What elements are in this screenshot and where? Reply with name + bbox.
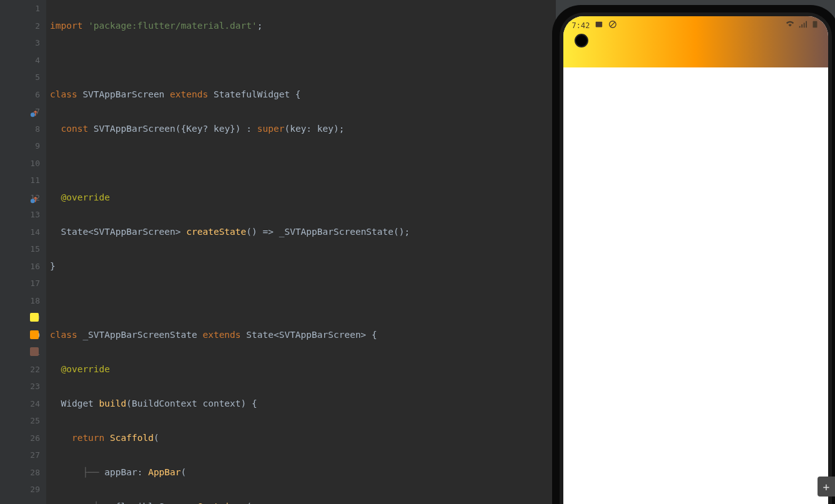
app-bar: 7:42	[563, 16, 828, 67]
svg-line-5	[611, 22, 615, 27]
line-number[interactable]: 6	[5, 86, 44, 104]
line-number[interactable]: 21	[5, 343, 44, 361]
code-line[interactable]: @override	[50, 361, 556, 378]
svg-rect-6	[813, 21, 817, 28]
phone-screen[interactable]: 7:42	[563, 16, 828, 504]
zoom-add-button[interactable]: +	[818, 477, 835, 497]
breakpoint-gutter[interactable]	[0, 0, 5, 504]
line-number[interactable]: 20	[5, 327, 44, 344]
color-swatch-yellow-icon[interactable]	[30, 313, 39, 322]
code-line[interactable]: }	[50, 258, 556, 275]
device-preview-panel: 7:42 +	[556, 0, 835, 504]
line-number[interactable]: 15	[5, 240, 44, 258]
line-number[interactable]: 26	[5, 430, 44, 447]
code-line[interactable]: └── flexibleSpace: Container(	[50, 498, 556, 505]
line-number[interactable]: 23	[5, 378, 44, 395]
line-number[interactable]: 17	[5, 275, 44, 292]
line-number[interactable]: 29	[5, 481, 44, 498]
svg-rect-3	[596, 22, 603, 27]
line-number[interactable]: 19	[5, 309, 44, 327]
code-editor[interactable]: 1 2 3 4 5 6 7 8 9 10 11 12 13 14	[0, 0, 556, 504]
line-number[interactable]: 8	[5, 121, 44, 138]
line-number[interactable]: 13	[5, 206, 44, 224]
code-line[interactable]: return Scaffold(	[50, 430, 556, 447]
line-number[interactable]: 25	[5, 412, 44, 430]
status-bar: 7:42	[563, 20, 828, 31]
status-time: 7:42	[572, 21, 590, 30]
code-area[interactable]: import 'package:flutter/material.dart'; …	[46, 0, 556, 504]
line-number[interactable]: 16	[5, 258, 44, 275]
line-number[interactable]: 28	[5, 464, 44, 482]
code-line[interactable]: const SVTAppBarScreen({Key? key}) : supe…	[50, 121, 556, 138]
battery-icon	[811, 20, 819, 31]
line-number[interactable]: 27	[5, 447, 44, 464]
line-number[interactable]: 10	[5, 155, 44, 172]
line-number[interactable]: 5	[5, 69, 44, 86]
svg-point-0	[31, 112, 35, 117]
code-line[interactable]	[50, 292, 556, 310]
line-number[interactable]: 14	[5, 224, 44, 241]
code-line[interactable]	[50, 155, 556, 172]
camera-hole-icon	[575, 34, 588, 47]
line-number[interactable]: 24	[5, 395, 44, 413]
override-icon[interactable]	[30, 193, 39, 202]
code-line[interactable]	[50, 52, 556, 69]
code-line[interactable]: State<SVTAppBarScreen> createState() => …	[50, 224, 556, 241]
line-number[interactable]: 9	[5, 137, 44, 155]
wifi-icon	[786, 20, 794, 31]
color-swatch-brown-icon[interactable]	[30, 347, 39, 356]
override-icon[interactable]	[30, 107, 39, 116]
code-line[interactable]: ├── appBar: AppBar(	[50, 464, 556, 482]
code-line[interactable]: class SVTAppBarScreen extends StatefulWi…	[50, 86, 556, 104]
code-line[interactable]: class _SVTAppBarScreenState extends Stat…	[50, 327, 556, 344]
code-line[interactable]: import 'package:flutter/material.dart';	[50, 17, 556, 35]
line-number[interactable]: 11	[5, 172, 44, 189]
tree-guide-icon: ├──	[82, 467, 104, 477]
svg-point-1	[31, 199, 35, 203]
line-number[interactable]: 1	[5, 0, 44, 17]
line-number[interactable]: 18	[5, 292, 44, 310]
line-number[interactable]: 2	[5, 17, 44, 35]
phone-frame: 7:42	[552, 5, 836, 504]
color-swatch-orange-icon[interactable]	[30, 330, 39, 339]
line-number[interactable]: 3	[5, 34, 44, 52]
line-number[interactable]: 22	[5, 361, 44, 378]
line-number-gutter[interactable]: 1 2 3 4 5 6 7 8 9 10 11 12 13 14	[5, 0, 46, 504]
no-sign-icon	[608, 20, 617, 31]
code-line[interactable]: Widget build(BuildContext context) {	[50, 395, 556, 413]
card-icon	[595, 20, 603, 31]
tree-guide-icon: └──	[94, 502, 116, 505]
line-number[interactable]: 4	[5, 52, 44, 69]
line-number[interactable]: 7	[5, 103, 44, 121]
line-number[interactable]: 12	[5, 189, 44, 207]
signal-icon	[798, 20, 807, 31]
code-line[interactable]: @override	[50, 189, 556, 207]
